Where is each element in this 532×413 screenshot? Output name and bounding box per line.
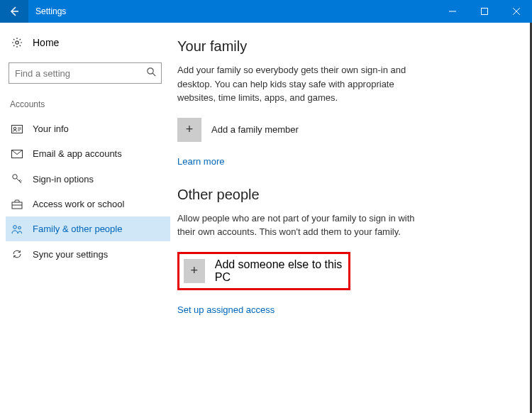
learn-more-link[interactable]: Learn more [177, 156, 224, 167]
briefcase-icon [11, 199, 23, 209]
add-family-member-button[interactable]: + Add a family member [177, 118, 511, 142]
sidebar-item-label: Access work or school [33, 199, 124, 209]
titlebar: Settings [0, 0, 532, 23]
main-panel: Your family Add your family so everybody… [170, 23, 532, 413]
close-icon [513, 8, 520, 15]
arrow-left-icon [9, 6, 20, 17]
minimize-button[interactable] [436, 0, 468, 23]
svg-point-2 [148, 68, 153, 74]
sidebar-item-label: Sign-in options [33, 174, 94, 185]
search-input[interactable] [9, 62, 162, 84]
search-box [9, 62, 162, 84]
window-title: Settings [28, 6, 66, 16]
home-nav[interactable]: Home [6, 33, 170, 53]
assigned-access-link[interactable]: Set up assigned access [177, 304, 275, 315]
add-someone-label: Add someone else to this PC [215, 258, 343, 284]
family-description: Add your family so everybody gets their … [177, 63, 419, 105]
family-heading: Your family [177, 38, 511, 55]
sidebar-item-your-info[interactable]: Your info [6, 116, 170, 141]
people-icon [11, 224, 23, 234]
sidebar-item-family[interactable]: Family & other people [6, 216, 170, 241]
window-controls [436, 0, 532, 23]
sidebar-item-label: Sync your settings [33, 249, 108, 260]
person-badge-icon [11, 125, 23, 133]
mail-icon [11, 150, 23, 158]
sidebar-item-email[interactable]: Email & app accounts [6, 141, 170, 166]
sidebar-item-sync[interactable]: Sync your settings [6, 241, 170, 267]
svg-point-1 [16, 41, 18, 44]
plus-icon: + [177, 118, 201, 142]
sidebar: Home Accounts Your info Email & app acco… [0, 23, 170, 413]
add-family-label: Add a family member [211, 124, 299, 135]
svg-point-6 [13, 175, 17, 179]
plus-icon: + [184, 259, 205, 283]
other-people-heading: Other people [177, 187, 511, 203]
back-button[interactable] [0, 0, 28, 23]
sidebar-item-work[interactable]: Access work or school [6, 192, 170, 216]
key-icon [11, 173, 23, 185]
sidebar-item-label: Email & app accounts [33, 148, 122, 159]
svg-point-8 [13, 225, 17, 228]
sync-icon [11, 248, 23, 260]
svg-point-9 [18, 226, 21, 229]
section-label: Accounts [6, 95, 170, 116]
add-someone-button[interactable]: + Add someone else to this PC [177, 252, 350, 290]
svg-rect-0 [481, 9, 487, 15]
maximize-icon [481, 8, 488, 15]
sidebar-item-signin[interactable]: Sign-in options [6, 166, 170, 192]
svg-point-4 [13, 127, 16, 130]
sidebar-item-label: Family & other people [33, 224, 122, 234]
home-label: Home [33, 37, 59, 48]
gear-icon [11, 37, 23, 48]
search-icon [146, 67, 156, 79]
sidebar-item-label: Your info [33, 123, 69, 134]
close-button[interactable] [500, 0, 532, 23]
other-people-description: Allow people who are not part of your fa… [177, 211, 419, 239]
minimize-icon [449, 8, 456, 15]
maximize-button[interactable] [468, 0, 500, 23]
